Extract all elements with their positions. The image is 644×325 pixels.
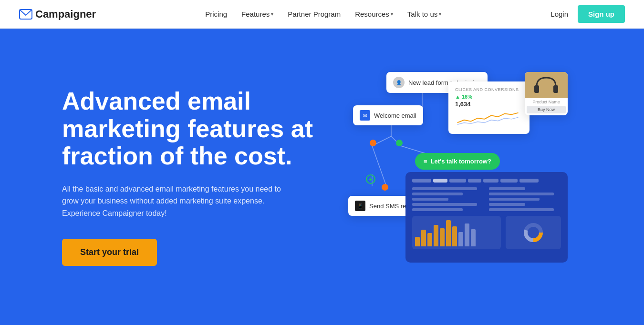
bar-5 bbox=[440, 228, 445, 246]
analytics-card: CLICKS AND CONVERSIONS ▲ 16% 1,634 bbox=[448, 81, 530, 134]
brand-logo[interactable]: Campaigner bbox=[19, 8, 96, 20]
nav-pricing[interactable]: Pricing bbox=[205, 10, 227, 18]
dashboard-right bbox=[489, 187, 561, 211]
bar-4 bbox=[434, 225, 438, 246]
bar-6 bbox=[446, 220, 451, 246]
product-image bbox=[525, 72, 568, 98]
start-trial-button[interactable]: Start your trial bbox=[62, 239, 157, 266]
navbar-actions: Login Sign up bbox=[551, 5, 625, 23]
dashboard-pie-chart bbox=[506, 216, 561, 249]
dash-tab-5 bbox=[483, 179, 499, 183]
hero-section: Advanced email marketing features at fra… bbox=[0, 29, 644, 325]
bar-8 bbox=[458, 232, 463, 246]
dashboard-bar-chart bbox=[412, 216, 501, 249]
signup-button[interactable]: Sign up bbox=[578, 5, 625, 23]
talk-card-text: Let's talk tomorrow? bbox=[431, 158, 491, 165]
login-button[interactable]: Login bbox=[551, 10, 568, 18]
analytics-chart-svg bbox=[455, 110, 523, 126]
navbar: Campaigner Pricing Features ▾ Partner Pr… bbox=[0, 0, 644, 29]
dash-line-1 bbox=[412, 187, 477, 190]
hero-content: Advanced email marketing features at fra… bbox=[62, 88, 320, 265]
talk-lines-icon: ≡ bbox=[424, 158, 427, 165]
product-buy-btn: Buy Now bbox=[527, 106, 566, 113]
hero-illustration: 👤 New lead form submission ✉ Welcome ema… bbox=[348, 58, 596, 296]
hero-description: All the basic and advanced email marketi… bbox=[62, 183, 291, 220]
dash-line-r4 bbox=[489, 203, 525, 206]
lead-avatar: 👤 bbox=[393, 77, 405, 88]
dashboard-bottom bbox=[412, 216, 561, 249]
nav-resources[interactable]: Resources ▾ bbox=[355, 10, 393, 18]
bar-9 bbox=[465, 223, 469, 246]
welcome-card-text: Welcome email bbox=[374, 112, 416, 119]
dashboard-left bbox=[412, 187, 484, 211]
dash-line-3 bbox=[412, 198, 448, 201]
dashboard-body bbox=[412, 187, 561, 211]
bar-7 bbox=[452, 226, 457, 246]
talk-dropdown-arrow: ▾ bbox=[439, 11, 441, 17]
flow-dot-green1 bbox=[396, 140, 403, 146]
flow-dot-orange2 bbox=[382, 184, 388, 191]
analytics-number: 1,634 bbox=[455, 101, 523, 108]
dash-tab-6 bbox=[500, 179, 518, 183]
dash-tab-4 bbox=[468, 179, 481, 183]
mail-icon: ✉ bbox=[360, 110, 370, 121]
bar-2 bbox=[421, 230, 426, 246]
svg-rect-9 bbox=[553, 85, 558, 93]
analytics-change: ▲ 16% bbox=[455, 94, 523, 100]
nav-partner[interactable]: Partner Program bbox=[288, 10, 341, 18]
flow-dot-plus: + bbox=[366, 174, 375, 184]
dash-tab-1 bbox=[412, 179, 431, 183]
nav-talk[interactable]: Talk to us ▾ bbox=[407, 10, 441, 18]
product-name: Product Name bbox=[525, 98, 568, 105]
dash-line-r2 bbox=[489, 193, 554, 195]
bar-1 bbox=[415, 237, 420, 246]
resources-dropdown-arrow: ▾ bbox=[391, 11, 393, 17]
welcome-card: ✉ Welcome email bbox=[353, 105, 423, 125]
hero-title: Advanced email marketing features at fra… bbox=[62, 88, 320, 170]
talk-card: ≡ Let's talk tomorrow? bbox=[415, 153, 500, 170]
dashboard-card bbox=[405, 172, 568, 263]
dash-line-r1 bbox=[489, 187, 525, 190]
dash-tab-2 bbox=[433, 179, 447, 183]
dashboard-header bbox=[412, 179, 561, 183]
features-dropdown-arrow: ▾ bbox=[271, 11, 273, 17]
logo-icon bbox=[19, 9, 32, 20]
dash-line-5 bbox=[412, 208, 463, 211]
brand-name: Campaigner bbox=[35, 8, 96, 20]
sms-icon: 📱 bbox=[355, 201, 365, 211]
dash-line-r3 bbox=[489, 198, 540, 201]
dash-line-4 bbox=[412, 203, 477, 206]
bar-10 bbox=[471, 229, 476, 246]
dash-line-r5 bbox=[489, 208, 554, 211]
flow-dot-orange1 bbox=[370, 140, 376, 146]
svg-rect-8 bbox=[534, 85, 539, 93]
dash-tab-7 bbox=[519, 179, 539, 183]
bar-3 bbox=[427, 233, 432, 246]
headphone-svg bbox=[532, 73, 561, 97]
pie-svg bbox=[523, 222, 544, 243]
analytics-title: CLICKS AND CONVERSIONS bbox=[455, 87, 523, 92]
dash-tab-3 bbox=[449, 179, 466, 183]
nav-links: Pricing Features ▾ Partner Program Resou… bbox=[205, 10, 441, 18]
dash-line-2 bbox=[412, 193, 463, 195]
product-card: Product Name Buy Now bbox=[525, 72, 568, 115]
nav-features[interactable]: Features ▾ bbox=[241, 10, 273, 18]
